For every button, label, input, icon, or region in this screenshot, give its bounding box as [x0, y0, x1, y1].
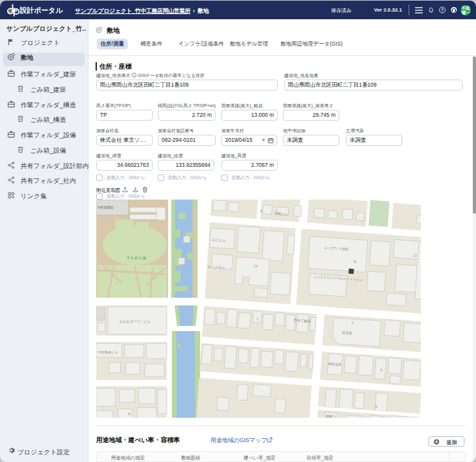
svg-text:休楽屋: 休楽屋 [342, 330, 353, 335]
svg-text:?: ? [441, 8, 444, 12]
svg-text:平田興産ビル: 平田興産ビル [98, 350, 119, 355]
svg-text:9: 9 [260, 209, 262, 213]
svg-text:8: 8 [128, 412, 130, 416]
svg-text:2: 2 [352, 321, 353, 325]
svg-text:1: 1 [257, 317, 259, 321]
svg-text:11: 11 [353, 259, 357, 263]
svg-text:12: 12 [412, 253, 417, 257]
svg-text:9: 9 [375, 405, 377, 409]
svg-text:6: 6 [380, 368, 382, 372]
svg-text:10: 10 [254, 264, 259, 268]
svg-text:下石井公園: 下石井公園 [126, 256, 147, 261]
svg-text:幸町図書館: 幸町図書館 [98, 205, 114, 210]
svg-text:みのるガーデンビル: みのるガーデンビル [119, 320, 151, 323]
